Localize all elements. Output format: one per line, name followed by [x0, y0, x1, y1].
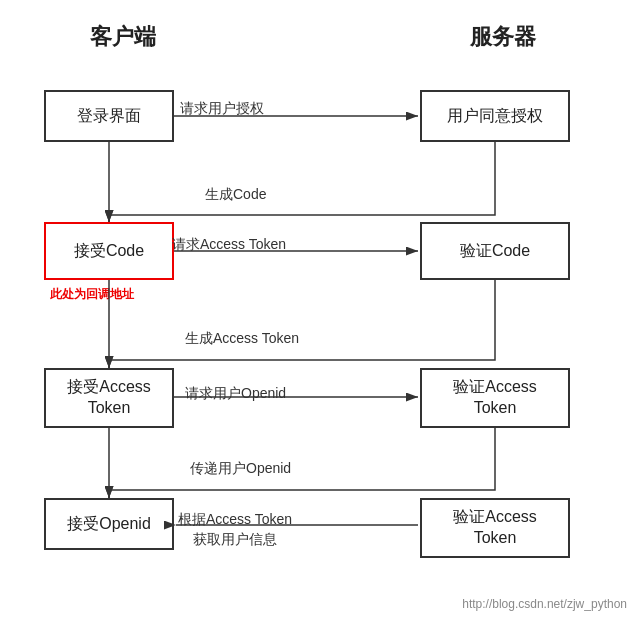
send-openid-label: 传递用户Openid [190, 460, 291, 478]
req-auth-label: 请求用户授权 [180, 100, 264, 118]
client-title: 客户端 [90, 22, 156, 52]
gen-code-label: 生成Code [205, 186, 266, 204]
verify-access-token-1-box: 验证AccessToken [420, 368, 570, 428]
server-title: 服务器 [470, 22, 536, 52]
req-openid-label: 请求用户Openid [185, 385, 286, 403]
verify-code-box: 验证Code [420, 222, 570, 280]
callback-label: 此处为回调地址 [50, 286, 134, 303]
user-auth-box: 用户同意授权 [420, 90, 570, 142]
gen-access-token-label: 生成Access Token [185, 330, 299, 348]
receive-access-token-box: 接受AccessToken [44, 368, 174, 428]
req-access-token-label: 请求Access Token [172, 236, 286, 254]
verify-access-token-2-box: 验证AccessToken [420, 498, 570, 558]
diagram: 客户端 服务器 登录界面 用户同意授权 接受Code 验证Code 接受Acce… [0, 0, 637, 619]
receive-openid-box: 接受Openid [44, 498, 174, 550]
receive-code-box: 接受Code [44, 222, 174, 280]
get-user-info-label: 根据Access Token获取用户信息 [178, 510, 292, 549]
footer-url: http://blog.csdn.net/zjw_python [462, 597, 627, 611]
login-box: 登录界面 [44, 90, 174, 142]
